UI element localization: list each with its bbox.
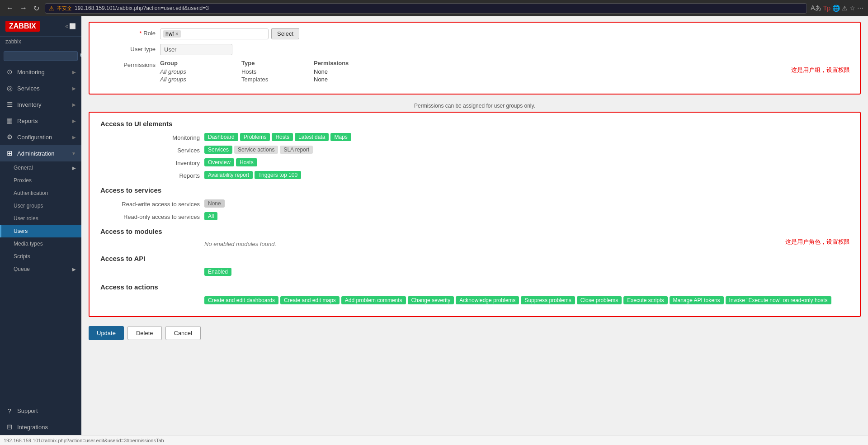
- sidebar-sub-authentication[interactable]: Authentication: [0, 187, 81, 199]
- user-type-label: User type: [97, 44, 156, 52]
- ro-services-tags: All: [204, 212, 217, 220]
- col-type-header: Type: [241, 60, 314, 66]
- role-tag-remove[interactable]: ×: [175, 31, 179, 37]
- inventory-access-label: Inventory: [100, 158, 200, 166]
- tag-manage-api-tokens: Manage API tokens: [670, 296, 724, 304]
- tag-dashboard: Dashboard: [204, 133, 238, 141]
- tag-overview: Overview: [204, 158, 234, 166]
- browser-nav[interactable]: ← → ↻: [5, 3, 41, 14]
- api-row: Enabled: [100, 268, 849, 276]
- select-button[interactable]: Select: [271, 28, 299, 39]
- configuration-label: Configuration: [17, 134, 52, 141]
- user-roles-label: User roles: [14, 215, 38, 222]
- group-value-2: All groups: [160, 76, 241, 83]
- sidebar-item-integrations[interactable]: ⊟ Integrations: [0, 419, 81, 435]
- cancel-button[interactable]: Cancel: [165, 326, 201, 340]
- authentication-label: Authentication: [14, 190, 48, 196]
- type-value-1: Hosts: [241, 68, 314, 75]
- actions-tags: Create and edit dashboards Create and ed…: [204, 296, 831, 304]
- sidebar-username: zabbix: [0, 37, 81, 48]
- sidebar-sub-user-groups[interactable]: User groups: [0, 199, 81, 212]
- permissions-header: Group Type Permissions: [160, 60, 386, 66]
- scripts-label: Scripts: [14, 253, 30, 260]
- administration-icon: ⊞: [5, 149, 14, 157]
- sidebar-item-services[interactable]: ◎ Services ▶: [0, 80, 81, 96]
- expand-icon[interactable]: ⬜: [69, 23, 76, 29]
- tag-sla-report: SLA report: [280, 146, 313, 154]
- services-access-row: Services Services Service actions SLA re…: [100, 146, 849, 154]
- tag-services: Services: [204, 146, 232, 154]
- permissions-row-1: All groups Hosts None: [160, 68, 386, 75]
- monitoring-tags: Dashboard Problems Hosts Latest data Map…: [204, 133, 351, 141]
- role-tag-box[interactable]: hwf ×: [160, 28, 269, 39]
- status-url: 192.168.159.101/zabbix.php?action=user.e…: [4, 438, 164, 443]
- sidebar-item-reports[interactable]: ▦ Reports ▶: [0, 113, 81, 129]
- modules-row: No enabled modules found.: [100, 241, 849, 247]
- sidebar-sub-proxies[interactable]: Proxies: [0, 174, 81, 187]
- search-input[interactable]: [4, 51, 78, 61]
- reports-access-label: Reports: [100, 171, 200, 179]
- role-row: Role hwf × Select: [97, 28, 853, 39]
- api-label: [100, 268, 200, 269]
- integrations-label: Integrations: [17, 424, 48, 431]
- users-label: Users: [14, 228, 28, 234]
- update-button[interactable]: Update: [89, 326, 124, 340]
- sidebar-item-support[interactable]: ? Support: [0, 403, 81, 419]
- sidebar-sub-scripts[interactable]: Scripts: [0, 250, 81, 263]
- tag-service-actions: Service actions: [234, 146, 278, 154]
- refresh-button[interactable]: ↻: [32, 3, 41, 14]
- sidebar-item-inventory[interactable]: ☰ Inventory ▶: [0, 96, 81, 113]
- sidebar-sub-users[interactable]: Users: [0, 225, 81, 237]
- services-section-title: Access to services: [100, 186, 849, 194]
- rw-services-row: Read-write access to services None: [100, 199, 849, 208]
- api-tags: Enabled: [204, 268, 231, 276]
- annotation-user-group: 这是用户组，设置权限: [791, 66, 850, 74]
- col-permissions-header: Permissions: [314, 60, 386, 66]
- collapse-icon[interactable]: «: [65, 23, 68, 29]
- url-bar[interactable]: ⚠ 不安全 192.168.159.101/zabbix.php?action=…: [45, 3, 807, 14]
- perm-value-2: None: [314, 76, 386, 83]
- tag-close-problems: Close problems: [577, 296, 622, 304]
- browser-actions: Aあ Tp 🌐 ⚠ ☆ ⋯: [811, 4, 863, 12]
- inventory-access-row: Inventory Overview Hosts: [100, 158, 849, 166]
- role-tag: hwf ×: [163, 30, 181, 38]
- rw-services-label: Read-write access to services: [100, 199, 200, 208]
- actions-label: [100, 296, 200, 298]
- sidebar-sub-user-roles[interactable]: User roles: [0, 212, 81, 225]
- user-type-row: User type User: [97, 44, 853, 55]
- tag-ro-all: All: [204, 212, 217, 220]
- back-button[interactable]: ←: [5, 3, 15, 13]
- permissions-row: Permissions Group Type Permissions All g…: [97, 60, 853, 84]
- app-container: ZABBIX « ⬜ zabbix 🔍 ⊙ Monitoring ▶ ◎ Ser…: [0, 16, 868, 435]
- forward-button[interactable]: →: [18, 3, 29, 13]
- monitoring-access-row: Monitoring Dashboard Problems Hosts Late…: [100, 133, 849, 141]
- zabbix-logo[interactable]: ZABBIX: [5, 21, 40, 32]
- sidebar-item-monitoring[interactable]: ⊙ Monitoring ▶: [0, 64, 81, 80]
- modules-label: [100, 241, 200, 242]
- sidebar-collapse-buttons[interactable]: « ⬜: [65, 23, 76, 29]
- user-group-section: Role hwf × Select User type User: [89, 22, 861, 95]
- delete-button[interactable]: Delete: [127, 326, 162, 340]
- url-text: 192.168.159.101/zabbix.php?action=user.e…: [75, 5, 209, 11]
- sidebar-sub-general[interactable]: General ▶: [0, 161, 81, 174]
- proxies-label: Proxies: [14, 177, 32, 184]
- support-icon: ?: [5, 407, 14, 415]
- configuration-icon: ⚙: [5, 133, 14, 141]
- sidebar-sub-queue[interactable]: Queue ▶: [0, 263, 81, 275]
- permissions-note: Permissions can be assigned for user gro…: [89, 100, 861, 112]
- sidebar-header: ZABBIX « ⬜: [0, 16, 81, 37]
- tag-create-edit-dashboards: Create and edit dashboards: [204, 296, 278, 304]
- status-bar: 192.168.159.101/zabbix.php?action=user.e…: [0, 435, 868, 445]
- user-type-value: User: [160, 44, 232, 55]
- services-icon: ◎: [5, 84, 14, 92]
- sidebar: ZABBIX « ⬜ zabbix 🔍 ⊙ Monitoring ▶ ◎ Ser…: [0, 16, 81, 435]
- inventory-label: Inventory: [17, 101, 41, 108]
- sidebar-item-configuration[interactable]: ⚙ Configuration ▶: [0, 129, 81, 145]
- services-label: Services: [17, 85, 40, 92]
- monitoring-icon: ⊙: [5, 68, 14, 76]
- sidebar-sub-media-types[interactable]: Media types: [0, 237, 81, 250]
- administration-label: Administration: [17, 150, 54, 157]
- tag-api-enabled: Enabled: [204, 268, 231, 276]
- queue-label: Queue: [14, 266, 30, 272]
- sidebar-item-administration[interactable]: ⊞ Administration ▼: [0, 145, 81, 161]
